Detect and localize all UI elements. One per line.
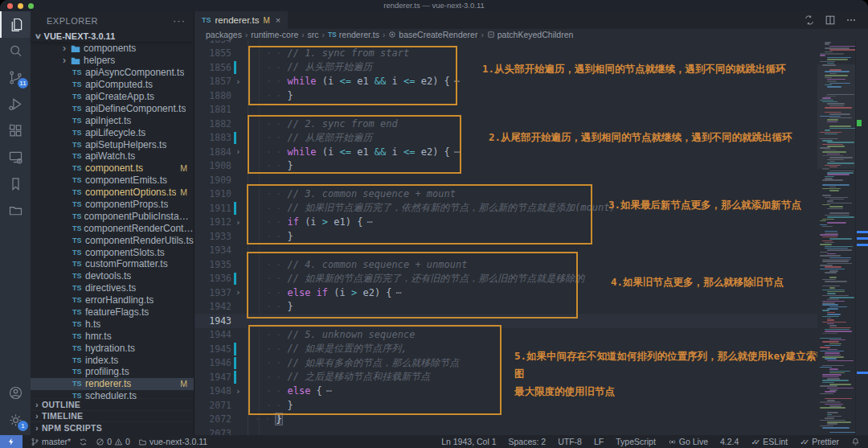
activity-extensions-button[interactable] — [0, 117, 31, 144]
breadcrumb-item[interactable]: patchKeyedChildren — [497, 30, 574, 39]
file-item[interactable]: TSapiComputed.ts — [31, 79, 194, 91]
sync-icon — [79, 438, 88, 446]
eslint-status[interactable]: ✓✓ESLint — [751, 437, 788, 446]
fold-chevron-icon[interactable]: › — [235, 75, 241, 89]
minimap-line — [829, 49, 855, 51]
breadcrumb-item[interactable]: src — [308, 30, 319, 39]
file-item[interactable]: TScustomFormatter.ts — [31, 258, 194, 270]
file-item[interactable]: TShmr.ts — [31, 330, 194, 342]
file-item[interactable]: TSdevtools.ts — [31, 270, 194, 282]
cursor-position[interactable]: Ln 1943, Col 1 — [441, 437, 496, 446]
folder-item[interactable]: ›components — [31, 43, 194, 55]
file-name: apiLifecycle.ts — [85, 127, 145, 138]
file-item[interactable]: TSprofiling.ts — [31, 366, 194, 378]
file-item[interactable]: TScomponentRenderUtils.ts — [31, 234, 194, 246]
code-line[interactable]: 2073 — [194, 426, 817, 435]
more-actions-icon[interactable] — [845, 14, 857, 26]
open-changes-icon[interactable] — [804, 14, 815, 26]
fold-chevron-icon[interactable]: › — [235, 384, 241, 399]
minimap-line — [827, 57, 851, 59]
breadcrumbs: packages› runtime-core› src› TS renderer… — [194, 29, 868, 40]
prettier-status[interactable]: ✓✓Prettier — [800, 437, 839, 446]
minimap-line — [827, 349, 837, 351]
file-item[interactable]: TSindex.ts — [31, 354, 194, 366]
file-item[interactable]: TScomponent.tsM — [31, 162, 194, 175]
file-item[interactable]: TSapiWatch.ts — [31, 150, 194, 162]
file-item[interactable]: TScomponentOptions.tsM — [31, 187, 194, 199]
git-branch-status[interactable]: master* — [31, 437, 71, 446]
activity-run-debug-button[interactable] — [0, 91, 31, 117]
account-button[interactable] — [0, 379, 31, 406]
bell-icon[interactable] — [851, 438, 860, 446]
activity-explorer-button[interactable] — [0, 11, 31, 38]
indentation-status[interactable]: Spaces: 2 — [509, 437, 547, 446]
files-icon — [8, 16, 25, 33]
minimap-line — [825, 352, 840, 354]
file-item[interactable]: TSdirectives.ts — [31, 282, 194, 294]
file-name: devtools.ts — [85, 270, 131, 282]
activity-bookmarks-button[interactable] — [0, 171, 31, 197]
go-live-button[interactable]: Go Live — [668, 437, 708, 446]
fold-chevron-icon[interactable]: › — [235, 286, 241, 300]
file-item[interactable]: TSapiAsyncComponent.ts — [31, 67, 194, 79]
file-item[interactable]: TSapiDefineComponent.ts — [31, 102, 194, 114]
activity-project-manager-button[interactable] — [0, 197, 31, 224]
typescript-file-icon: TS — [72, 368, 85, 376]
warning-count: 0 — [125, 437, 130, 446]
minimap-line — [825, 107, 852, 109]
tab-renderer-ts[interactable]: TS renderer.ts M × — [194, 11, 288, 29]
file-item[interactable]: TSerrorHandling.ts — [31, 294, 194, 306]
minimap-line — [829, 190, 839, 191]
minimap-line — [820, 407, 845, 409]
panel-outline[interactable]: ›OUTLINE — [31, 398, 194, 410]
file-item[interactable]: TSapiCreateApp.ts — [31, 91, 194, 103]
file-item[interactable]: TScomponentEmits.ts — [31, 175, 194, 187]
minimap-line — [827, 208, 843, 210]
close-tab-icon[interactable]: × — [276, 15, 280, 25]
file-item[interactable]: TSapiSetupHelpers.ts — [31, 138, 194, 150]
code-viewport[interactable]: 18541855··// 1. sync from start1856··// … — [194, 40, 817, 435]
minimap-line — [822, 295, 849, 297]
file-item[interactable]: TSrenderer.tsM — [31, 378, 194, 390]
file-name: componentPublicInstance.ts — [84, 211, 194, 222]
settings-button[interactable]: 1 — [0, 406, 31, 434]
eol-status[interactable]: LF — [594, 437, 604, 446]
file-item[interactable]: TSapiInject.ts — [31, 114, 194, 126]
file-name: componentProps.ts — [85, 199, 168, 210]
panel-npm-scripts[interactable]: ›NPM SCRIPTS — [31, 421, 194, 434]
file-item[interactable]: TSfeatureFlags.ts — [31, 306, 194, 319]
folder-item[interactable]: ›helpers — [31, 55, 194, 67]
activity-remote-explorer-button[interactable] — [0, 144, 31, 171]
remote-indicator[interactable] — [0, 435, 23, 448]
file-item[interactable]: TScomponentPublicInstance.ts — [31, 210, 194, 222]
minimap[interactable] — [817, 40, 855, 435]
project-status[interactable]: vue-next-3.0.11 — [138, 437, 207, 446]
sync-status[interactable] — [79, 438, 88, 446]
breadcrumb-item[interactable]: renderer.ts — [339, 30, 379, 39]
file-item[interactable]: TScomponentSlots.ts — [31, 246, 194, 258]
breadcrumb-item[interactable]: baseCreateRenderer — [399, 30, 477, 39]
breadcrumb-item[interactable]: packages — [206, 30, 242, 39]
split-editor-icon[interactable] — [825, 14, 836, 26]
file-item[interactable]: TSh.ts — [31, 318, 194, 330]
overview-ruler[interactable] — [855, 40, 868, 435]
language-mode[interactable]: TypeScript — [616, 437, 656, 446]
sidebar-more-actions-button[interactable]: ··· — [173, 14, 186, 27]
fold-chevron-icon[interactable]: › — [235, 216, 241, 230]
panel-timeline[interactable]: ›TIMELINE — [31, 410, 194, 422]
chevron-right-icon: › — [481, 31, 483, 39]
encoding-status[interactable]: UTF-8 — [558, 437, 582, 446]
fold-chevron-icon[interactable]: › — [235, 145, 241, 159]
minimap-line — [829, 343, 841, 345]
file-item[interactable]: TScomponentRenderContext.ts — [31, 222, 194, 234]
minimap-line — [820, 116, 841, 117]
breadcrumb-item[interactable]: runtime-core — [251, 30, 298, 39]
activity-search-button[interactable] — [0, 38, 31, 64]
typescript-version[interactable]: 4.2.4 — [720, 437, 739, 446]
file-item[interactable]: TSapiLifecycle.ts — [31, 126, 194, 138]
problems-status[interactable]: 0 0 — [96, 437, 130, 446]
file-item[interactable]: TScomponentProps.ts — [31, 199, 194, 211]
project-section-header[interactable]: ∨ VUE-NEXT-3.0.11 — [31, 30, 194, 42]
file-item[interactable]: TShydration.ts — [31, 342, 194, 354]
activity-source-control-button[interactable]: 11 — [0, 64, 31, 91]
